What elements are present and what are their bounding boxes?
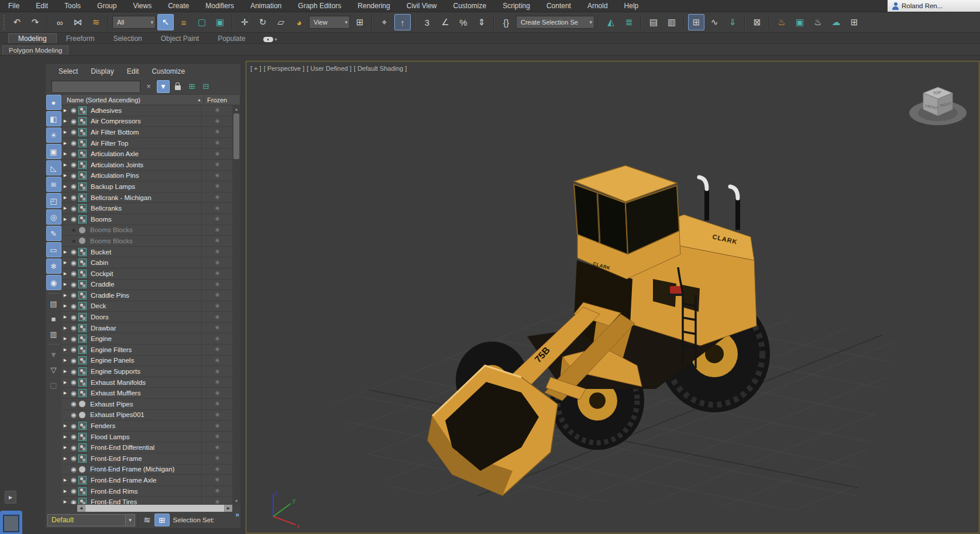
- display-hidden-objects-icon[interactable]: ◉: [46, 275, 61, 290]
- scroll-left-icon[interactable]: ◀: [77, 505, 85, 512]
- expand-arrow-icon[interactable]: ▶: [61, 499, 69, 504]
- visibility-eye-icon[interactable]: ◉: [69, 118, 78, 125]
- schematic-view-icon[interactable]: ⇓: [724, 14, 741, 30]
- unlink-selection-icon[interactable]: ⋈: [70, 14, 86, 30]
- panel-expand-button[interactable]: ▶: [5, 491, 16, 504]
- render-production-icon[interactable]: ♨: [810, 14, 826, 30]
- object-row[interactable]: ▶◉Front-End Frame✳: [61, 453, 232, 464]
- tab-modeling[interactable]: Modeling: [8, 33, 57, 43]
- object-row[interactable]: ▶◉Front-End Tires✳: [61, 497, 232, 504]
- layers-stack-icon[interactable]: ≋: [143, 515, 151, 525]
- frozen-toggle-icon[interactable]: ✳: [201, 138, 232, 149]
- object-row[interactable]: ▶◉Articulation Pins✳: [61, 171, 232, 182]
- expand-all-icon[interactable]: ⊞: [186, 81, 198, 92]
- visibility-eye-icon[interactable]: ◉: [69, 411, 78, 419]
- frozen-toggle-icon[interactable]: ✳: [201, 312, 232, 322]
- menu-item[interactable]: Scripting: [494, 1, 538, 11]
- polygon-modeling-panel[interactable]: Polygon Modeling: [2, 46, 68, 55]
- horizontal-scrollbar[interactable]: ◀ ▶: [77, 505, 232, 512]
- display-cameras-icon[interactable]: ▣: [46, 144, 61, 159]
- frozen-toggle-icon[interactable]: ✳: [201, 247, 232, 257]
- percent-snap-icon[interactable]: %: [455, 14, 472, 30]
- redo-icon[interactable]: ↷: [27, 14, 43, 30]
- object-row[interactable]: ▶◉Adhesives✳: [61, 105, 232, 116]
- hierarchy-mode-button[interactable]: ⊞: [154, 514, 170, 526]
- visibility-eye-icon[interactable]: ◉: [69, 205, 78, 212]
- reference-coordinate-dropdown[interactable]: View▾: [309, 16, 350, 29]
- menu-item[interactable]: Graph Editors: [290, 1, 349, 11]
- frozen-toggle-icon[interactable]: ✳: [201, 225, 232, 236]
- expand-arrow-icon[interactable]: ▶: [61, 445, 69, 450]
- frozen-toggle-icon[interactable]: ✳: [201, 301, 232, 312]
- tab-object-paint[interactable]: Object Paint: [152, 34, 208, 43]
- frozen-toggle-icon[interactable]: ✳: [201, 323, 232, 333]
- search-filter-icon[interactable]: ▼: [157, 80, 170, 93]
- toggle-layer-explorer-icon[interactable]: ▥: [663, 14, 680, 30]
- frozen-toggle-icon[interactable]: ✳: [201, 399, 232, 409]
- display-lights-icon[interactable]: ☀: [46, 128, 61, 143]
- loader-model[interactable]: CLARK CLARK: [428, 166, 770, 495]
- overflow-chevrons[interactable]: »: [235, 511, 239, 519]
- select-and-manipulate-icon[interactable]: ⌖: [376, 14, 393, 30]
- object-row[interactable]: ▶◉Booms✳: [61, 214, 232, 225]
- visibility-eye-icon[interactable]: ◉: [69, 433, 78, 440]
- frozen-toggle-icon[interactable]: ✳: [201, 105, 232, 116]
- frozen-toggle-icon[interactable]: ✳: [201, 497, 232, 504]
- menu-item[interactable]: Civil View: [398, 1, 445, 11]
- viewport-label-segment[interactable]: [ Default Shading ]: [354, 65, 407, 72]
- expand-arrow-icon[interactable]: ▶: [61, 380, 69, 385]
- frozen-toggle-icon[interactable]: ✳: [201, 410, 232, 421]
- frozen-toggle-icon[interactable]: ✳: [201, 377, 232, 388]
- rendered-frame-window-icon[interactable]: ▣: [792, 14, 808, 30]
- menu-item[interactable]: Customize: [445, 1, 495, 11]
- display-frozen-objects-icon[interactable]: ❄: [46, 259, 61, 274]
- frozen-toggle-icon[interactable]: ✳: [201, 290, 232, 301]
- object-row[interactable]: ▶◉Front-End Frame (Michigan)✳: [61, 464, 232, 476]
- object-row[interactable]: ▶◉Drawbar✳: [61, 323, 232, 334]
- window-crossing-icon[interactable]: ▣: [212, 14, 228, 30]
- custom-filter-icon[interactable]: ▼: [47, 347, 61, 361]
- object-row[interactable]: ▶◉Air Compressors✳: [61, 116, 232, 128]
- container-filter-icon[interactable]: ▢: [47, 378, 61, 392]
- visibility-eye-icon[interactable]: ◉: [69, 357, 78, 364]
- object-row[interactable]: ▶◉Exhaust Mufflers✳: [61, 388, 232, 399]
- select-and-move-icon[interactable]: ✛: [236, 14, 253, 30]
- visibility-eye-icon[interactable]: ◉: [69, 128, 78, 136]
- expand-arrow-icon[interactable]: ▶: [61, 184, 69, 189]
- object-row[interactable]: ▶◉Engine Supports✳: [61, 366, 232, 377]
- visibility-eye-icon[interactable]: ◉: [69, 422, 78, 430]
- expand-arrow-icon[interactable]: ▶: [61, 271, 69, 276]
- expand-arrow-icon[interactable]: ▶: [61, 489, 69, 494]
- visibility-eye-icon[interactable]: ◉: [69, 378, 78, 386]
- visibility-eye-icon[interactable]: ◉: [69, 215, 78, 223]
- visibility-eye-icon[interactable]: ◉: [69, 444, 78, 452]
- ribbon-toggle-icon[interactable]: ⊞: [688, 14, 704, 30]
- menu-item[interactable]: Edit: [27, 1, 56, 11]
- object-row[interactable]: ▶◉Cockpit✳: [61, 268, 232, 280]
- frozen-toggle-icon[interactable]: ✳: [201, 486, 232, 497]
- chevron-down-icon[interactable]: ▼: [125, 515, 135, 526]
- frozen-toggle-icon[interactable]: ✳: [201, 236, 232, 246]
- name-column-header[interactable]: Name (Sorted Ascending) ▲: [62, 97, 204, 104]
- frozen-toggle-icon[interactable]: ✳: [201, 214, 232, 225]
- snap-toggle-3d-icon[interactable]: 3: [419, 14, 435, 30]
- keyboard-shortcut-override-icon[interactable]: ↑: [394, 14, 411, 30]
- toggle-scene-explorer-icon[interactable]: ▤: [645, 14, 662, 30]
- object-row[interactable]: ▶◉Exhaust Pipes001✳: [61, 410, 232, 421]
- frozen-column-header[interactable]: Frozen: [204, 97, 240, 104]
- frozen-toggle-icon[interactable]: ✳: [201, 203, 232, 213]
- selection-filter-dropdown[interactable]: All▾: [112, 16, 156, 29]
- frozen-toggle-icon[interactable]: ✳: [201, 388, 232, 398]
- explorer-menu-item[interactable]: Customize: [146, 66, 191, 77]
- visibility-eye-icon[interactable]: ◉: [69, 454, 78, 462]
- view-cube[interactable]: S E TOP FRONT RIGHT: [905, 77, 971, 133]
- visibility-eye-icon[interactable]: ◉: [69, 390, 78, 397]
- expand-arrow-icon[interactable]: ▶: [61, 326, 69, 330]
- object-row[interactable]: ▶◉Backup Lamps✳: [61, 181, 232, 192]
- frozen-toggle-icon[interactable]: ✳: [201, 333, 232, 344]
- frozen-toggle-icon[interactable]: ✳: [201, 149, 232, 159]
- curve-editor-icon[interactable]: ∿: [706, 14, 723, 30]
- object-row[interactable]: ▶◉Articulation Joints✳: [61, 160, 232, 171]
- object-row[interactable]: ▶◉Flood Lamps✳: [61, 432, 232, 443]
- display-bones-icon[interactable]: ✎: [46, 226, 61, 241]
